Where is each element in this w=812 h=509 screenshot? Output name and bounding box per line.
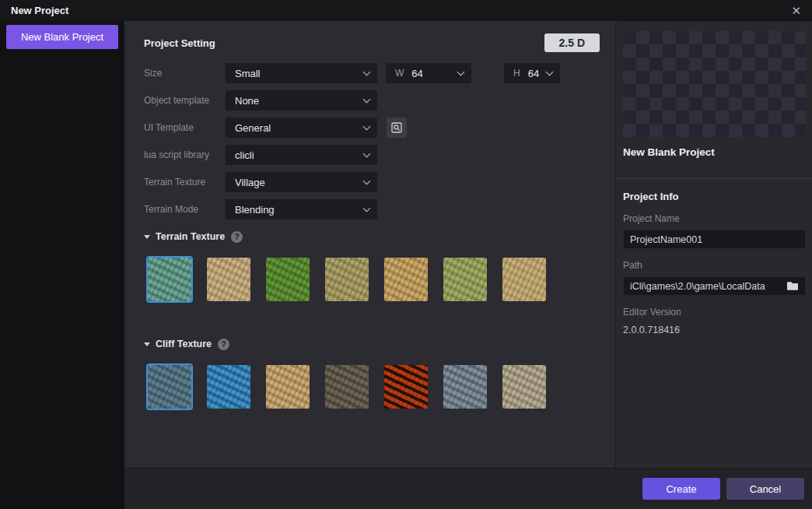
cliff-texture-swatch[interactable] [384,365,428,409]
path-value: iCli\games\2.0\game\LocalData [630,281,782,292]
cliff-texture-list [148,365,600,409]
terrain-texture-label: Terrain Texture [144,177,226,188]
form-row-lua-script-library: lua script library clicli [144,145,600,165]
cliff-texture-swatch[interactable] [148,365,191,409]
terrain-texture-list [148,258,600,301]
new-project-dialog: New Project ✕ New Blank Project Project … [0,0,812,509]
project-preview-checkerboard [623,31,806,137]
chevron-down-icon [363,68,371,75]
object-template-value: None [235,95,259,107]
path-label: Path [623,260,806,271]
project-name-label: Project Name [623,213,806,224]
width-dropdown[interactable]: W 64 [386,63,471,83]
cliff-texture-swatch[interactable] [443,365,487,409]
terrain-texture-swatch[interactable] [266,258,310,301]
project-info-heading: Project Info [623,191,806,202]
width-value: 64 [411,68,422,79]
terrain-texture-swatch[interactable] [384,258,428,301]
browse-folder-button[interactable] [786,281,799,291]
cliff-texture-section-title: Cliff Texture [156,339,212,349]
lua-script-library-label: lua script library [144,149,226,160]
form-row-object-template: Object template None [144,90,600,111]
mode-badge[interactable]: 2.5 D [544,33,600,52]
divider [616,178,812,179]
sidebar-item-new-blank-project[interactable]: New Blank Project [6,25,118,49]
page-title: Project Setting [144,37,215,49]
terrain-texture-swatch[interactable] [325,258,369,301]
form-row-terrain-mode: Terrain Mode Blending [144,199,600,219]
terrain-texture-swatch[interactable] [443,258,487,301]
titlebar: New Project ✕ [0,0,812,21]
chevron-down-icon [144,342,150,346]
size-dropdown[interactable]: Small [226,63,377,83]
cancel-button[interactable]: Cancel [726,478,804,500]
object-template-dropdown[interactable]: None [226,90,377,111]
project-name-value: ProjectName001 [630,234,702,245]
cliff-texture-swatch[interactable] [502,365,546,409]
form-row-ui-template: UI Template General [144,118,600,138]
chevron-down-icon [363,122,371,130]
terrain-texture-section-header[interactable]: Terrain Texture ? [144,230,600,243]
create-button[interactable]: Create [642,478,720,500]
form-rows: Size Small W 64 H 64 Object template [144,63,600,219]
help-icon[interactable]: ? [231,231,243,243]
project-info-panel: New Blank Project Project Info Project N… [615,21,812,468]
ui-template-dropdown[interactable]: General [226,118,377,138]
sidebar: New Blank Project [0,21,124,509]
window-title: New Project [11,5,68,16]
object-template-label: Object template [144,95,226,106]
form-row-size: Size Small W 64 H 64 [144,63,600,83]
size-value: Small [235,68,261,79]
cliff-texture-swatch[interactable] [325,365,369,409]
close-icon[interactable]: ✕ [791,5,801,16]
form-row-terrain-texture: Terrain Texture Village [144,172,600,192]
project-name-input[interactable]: ProjectName001 [623,230,806,249]
editor-version-label: Editor Version [623,307,806,318]
height-value: 64 [528,68,539,79]
cliff-texture-swatch[interactable] [207,365,250,409]
lua-script-library-dropdown[interactable]: clicli [226,145,377,165]
terrain-mode-value: Blending [235,204,275,216]
chevron-down-icon [546,68,554,75]
project-setting-panel: Project Setting 2.5 D Size Small W 64 H … [124,21,615,468]
chevron-down-icon [363,177,371,184]
width-label: W [395,68,404,79]
terrain-texture-value: Village [235,177,265,188]
cliff-texture-swatch[interactable] [266,365,310,409]
folder-icon [786,281,799,291]
chevron-down-icon [363,204,371,212]
ui-template-label: UI Template [144,122,226,133]
terrain-texture-section-title: Terrain Texture [156,231,225,242]
height-dropdown[interactable]: H 64 [504,63,560,83]
editor-version-value: 2.0.0.718416 [623,325,806,335]
ui-template-value: General [235,122,271,134]
chevron-down-icon [144,235,150,239]
cliff-texture-section-header[interactable]: Cliff Texture ? [144,338,600,350]
terrain-mode-dropdown[interactable]: Blending [226,199,377,219]
help-icon[interactable]: ? [218,339,229,350]
terrain-texture-swatch[interactable] [502,258,546,301]
lua-script-library-value: clicli [235,149,254,161]
search-document-icon [391,122,402,133]
ui-template-preview-button[interactable] [387,118,407,138]
size-label: Size [144,68,226,79]
chevron-down-icon [363,149,371,157]
terrain-texture-swatch[interactable] [207,258,250,301]
footer: Create Cancel [124,468,812,509]
main-header: Project Setting 2.5 D [144,33,600,52]
chevron-down-icon [457,68,465,75]
height-label: H [513,68,520,79]
terrain-mode-label: Terrain Mode [144,204,226,215]
chevron-down-icon [363,95,371,103]
terrain-texture-swatch[interactable] [148,258,191,301]
path-input[interactable]: iCli\games\2.0\game\LocalData [623,276,806,296]
terrain-texture-dropdown[interactable]: Village [226,172,377,192]
preview-caption: New Blank Project [623,146,806,158]
